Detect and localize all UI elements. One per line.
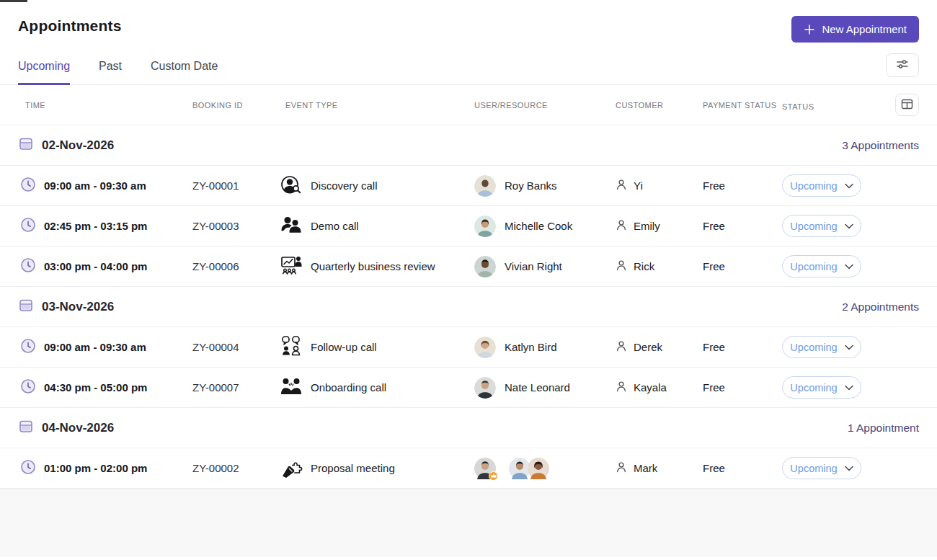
group-date-label: 02-Nov-2026 — [42, 138, 114, 153]
chevron-down-icon — [845, 261, 853, 272]
chevron-down-icon — [845, 342, 853, 352]
onboarding-call-icon — [280, 375, 303, 400]
quarterly-business-review-icon — [280, 254, 303, 279]
proposal-meeting-icon — [280, 455, 303, 481]
status-dropdown[interactable]: Upcoming — [782, 336, 861, 358]
tab-upcoming[interactable]: Upcoming — [18, 53, 70, 85]
calendar-icon — [18, 135, 34, 155]
date-group-header: 02-Nov-2026 3 Appointments — [0, 125, 937, 166]
customer-name: Rick — [634, 260, 654, 272]
appointment-row[interactable]: 01:00 pm - 02:00 pm ZY-00002 Proposal me… — [0, 448, 937, 489]
chevron-down-icon — [845, 463, 853, 474]
clock-icon — [20, 177, 36, 195]
filter-button[interactable] — [886, 53, 919, 77]
status-value: Upcoming — [790, 342, 837, 353]
user-name: Vivian Right — [505, 260, 562, 272]
status-value: Upcoming — [790, 463, 837, 474]
column-header-customer: CUSTOMER — [616, 101, 703, 110]
person-icon — [616, 340, 627, 354]
appointment-time: 03:00 pm - 04:00 pm — [44, 260, 147, 272]
event-type-label: Proposal meeting — [311, 462, 395, 474]
booking-id: ZY-00002 — [192, 462, 285, 474]
tabs-bar: Upcoming Past Custom Date — [0, 53, 937, 85]
avatar — [474, 175, 496, 197]
tab-custom-date[interactable]: Custom Date — [151, 53, 218, 85]
user-name: Nate Leonard — [505, 381, 570, 394]
follow-up-call-icon — [280, 334, 303, 360]
table-columns-icon — [901, 99, 913, 112]
group-appointment-count: 2 Appointments — [842, 301, 919, 314]
attendee-avatar-group — [474, 458, 549, 479]
column-manager-button[interactable] — [895, 94, 919, 116]
appointment-row[interactable]: 02:45 pm - 03:15 pm ZY-00003 Demo call M… — [0, 206, 937, 246]
user-name: Katlyn Bird — [505, 341, 557, 353]
appointment-time: 09:00 am - 09:30 am — [44, 341, 146, 353]
appointment-time: 09:00 am - 09:30 am — [44, 179, 146, 192]
status-dropdown[interactable]: Upcoming — [782, 174, 861, 197]
event-type-label: Onboarding call — [311, 381, 386, 394]
payment-status: Free — [703, 381, 782, 394]
new-appointment-label: New Appointment — [822, 23, 907, 35]
column-header-event-type: EVENT TYPE — [285, 101, 474, 110]
page-background — [0, 489, 937, 557]
clock-icon — [20, 338, 36, 356]
appointment-row[interactable]: 09:00 am - 09:30 am ZY-00004 Follow-up c… — [0, 327, 937, 368]
clock-icon — [20, 378, 36, 396]
status-value: Upcoming — [790, 180, 837, 192]
tab-past[interactable]: Past — [99, 53, 122, 85]
appointment-row[interactable]: 03:00 pm - 04:00 pm ZY-00006 Quarterly b… — [0, 246, 937, 287]
customer-name: Yi — [634, 179, 643, 192]
clock-icon — [20, 217, 36, 235]
avatar — [474, 377, 496, 399]
user-name: Michelle Cook — [505, 220, 572, 232]
chevron-down-icon — [845, 180, 853, 191]
date-group-header: 03-Nov-2026 2 Appointments — [0, 287, 937, 327]
event-type-label: Demo call — [311, 220, 359, 232]
customer-name: Kayala — [634, 381, 667, 394]
discovery-call-icon — [280, 173, 303, 198]
customer-name: Emily — [634, 220, 660, 232]
column-header-booking-id: BOOKING ID — [192, 101, 285, 110]
appointment-row[interactable]: 09:00 am - 09:30 am ZY-00001 Discovery c… — [0, 166, 937, 206]
status-dropdown[interactable]: Upcoming — [782, 376, 861, 399]
plus-icon — [804, 24, 815, 35]
user-name: Roy Banks — [505, 179, 557, 192]
clock-icon — [20, 257, 36, 275]
status-value: Upcoming — [790, 221, 837, 232]
status-dropdown[interactable]: Upcoming — [782, 457, 861, 479]
booking-id: ZY-00007 — [192, 381, 285, 394]
chevron-down-icon — [845, 221, 853, 231]
screenshot-edge-artifact — [0, 0, 27, 2]
booking-id: ZY-00003 — [192, 220, 285, 232]
status-dropdown[interactable]: Upcoming — [782, 215, 861, 237]
event-type-label: Follow-up call — [311, 341, 377, 353]
group-date-label: 04-Nov-2026 — [42, 421, 114, 435]
column-header-payment-status: PAYMENT STATUS — [703, 101, 782, 110]
status-value: Upcoming — [790, 382, 837, 394]
booking-id: ZY-00001 — [192, 179, 285, 192]
appointment-time: 01:00 pm - 02:00 pm — [44, 462, 147, 474]
new-appointment-button[interactable]: New Appointment — [791, 16, 919, 43]
avatar — [474, 215, 496, 237]
payment-status: Free — [703, 179, 782, 192]
appointment-row[interactable]: 04:30 pm - 05:00 pm ZY-00007 Onboarding … — [0, 368, 937, 408]
avatar — [474, 337, 496, 358]
sliders-icon — [895, 58, 910, 73]
calendar-icon — [18, 418, 34, 437]
customer-name: Derek — [634, 341, 662, 353]
person-icon — [616, 461, 627, 475]
column-header-status: STATUS — [782, 102, 814, 111]
avatar — [474, 256, 496, 277]
person-icon — [616, 259, 627, 273]
status-dropdown[interactable]: Upcoming — [782, 255, 861, 277]
host-crown-badge — [489, 471, 498, 481]
payment-status: Free — [703, 341, 782, 353]
person-icon — [616, 219, 627, 233]
status-value: Upcoming — [790, 261, 837, 272]
person-icon — [616, 179, 627, 192]
event-type-label: Discovery call — [311, 179, 378, 192]
date-group-header: 04-Nov-2026 1 Appointment — [0, 408, 937, 448]
person-icon — [616, 381, 627, 394]
payment-status: Free — [703, 220, 782, 232]
booking-id: ZY-00004 — [192, 341, 285, 353]
